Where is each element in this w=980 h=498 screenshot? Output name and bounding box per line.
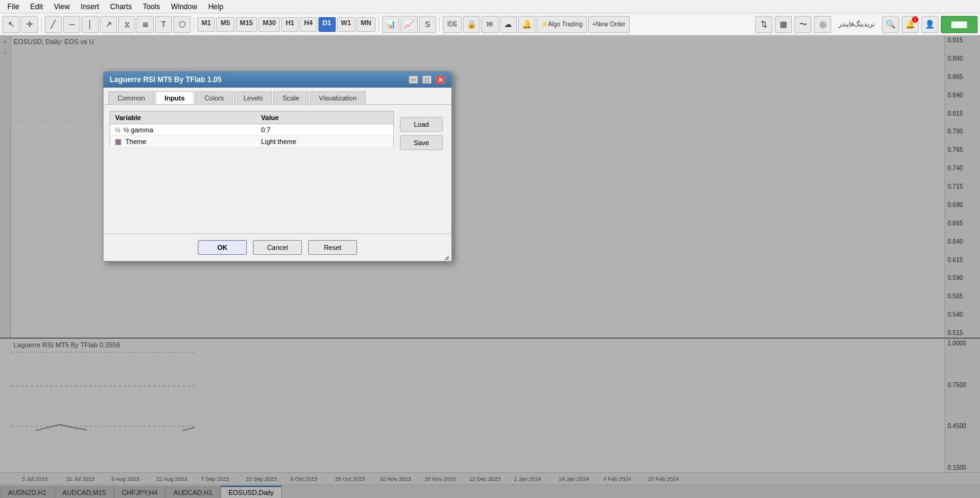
- menu-file[interactable]: File: [2, 1, 24, 12]
- toolbar-cursor[interactable]: ↖: [2, 16, 20, 33]
- toolbar-chart-type[interactable]: 📊: [382, 16, 399, 33]
- brand-logo: تریدینگ‌فایندر: [834, 20, 880, 28]
- dialog-tab-common[interactable]: Common: [108, 91, 154, 104]
- timeframe-d1[interactable]: D1: [318, 17, 336, 32]
- col-variable: Variable: [110, 111, 257, 124]
- dialog-title: Laguerre RSI MT5 By TFlab 1.05: [110, 75, 222, 84]
- save-button[interactable]: Save: [400, 135, 443, 150]
- table-wrapper: Variable Value ½ ½ gamma: [110, 111, 394, 227]
- toolbar-indicators[interactable]: 📈: [401, 16, 418, 33]
- timeframe-m5[interactable]: M5: [216, 17, 234, 32]
- ok-button[interactable]: OK: [198, 240, 247, 255]
- dialog-footer: OK Cancel Reset: [104, 233, 451, 261]
- cancel-button[interactable]: Cancel: [253, 240, 302, 255]
- toolbar-fib[interactable]: ≣: [137, 16, 154, 33]
- color-swatch-icon: [115, 139, 121, 145]
- inputs-table: Variable Value ½ ½ gamma: [110, 111, 394, 148]
- dialog: Laguerre RSI MT5 By TFlab 1.05 ─ □ ✕ Com…: [103, 71, 452, 262]
- toolbar-algo2[interactable]: ◎: [814, 16, 831, 33]
- toolbar-email[interactable]: ✉: [481, 16, 499, 33]
- toolbar-search[interactable]: 🔍: [882, 16, 899, 33]
- toolbar: ↖ ✛ ╱ ─ │ ↗ ⧖ ≣ T ⬡ M1 M5 M15 M30 H1 H4 …: [0, 13, 980, 36]
- toolbar-cloud[interactable]: ☁: [500, 16, 517, 33]
- toolbar-history[interactable]: ▦: [775, 16, 792, 33]
- timeframe-h1[interactable]: H1: [281, 17, 298, 32]
- dialog-tab-scale[interactable]: Scale: [273, 91, 309, 104]
- dialog-tab-levels[interactable]: Levels: [234, 91, 272, 104]
- toolbar-depth[interactable]: ⇅: [755, 16, 772, 33]
- side-buttons: Load Save: [398, 111, 445, 227]
- fraction-icon: ½: [115, 127, 120, 134]
- dialog-tab-visualization[interactable]: Visualization: [310, 91, 366, 104]
- dialog-resize-handle[interactable]: ◢: [444, 254, 450, 260]
- menu-view[interactable]: View: [49, 1, 75, 12]
- toolbar-crosshair[interactable]: ✛: [21, 16, 38, 33]
- toolbar-wave[interactable]: 〜: [794, 16, 812, 33]
- menu-window[interactable]: Window: [166, 1, 202, 12]
- toolbar-meter[interactable]: ████: [941, 16, 978, 33]
- timeframe-m1[interactable]: M1: [197, 17, 215, 32]
- toolbar-lock[interactable]: 🔒: [463, 16, 480, 33]
- toolbar-text[interactable]: T: [155, 16, 172, 33]
- timeframe-m30[interactable]: M30: [258, 17, 280, 32]
- toolbar-new-order[interactable]: + New Order: [588, 16, 630, 33]
- toolbar-notifications[interactable]: 🔔1: [902, 16, 919, 33]
- timeframe-h4[interactable]: H4: [300, 17, 317, 32]
- table-row[interactable]: ½ ½ gamma 0.7: [110, 124, 394, 136]
- dialog-content: Variable Value ½ ½ gamma: [104, 105, 451, 233]
- timeframe-mn[interactable]: MN: [356, 17, 375, 32]
- timeframe-m15[interactable]: M15: [236, 17, 257, 32]
- menu-edit[interactable]: Edit: [25, 1, 48, 12]
- col-value: Value: [256, 111, 393, 124]
- dialog-maximize-button[interactable]: □: [422, 75, 432, 84]
- toolbar-ide[interactable]: IDE: [443, 16, 462, 33]
- toolbar-user[interactable]: 👤: [921, 16, 938, 33]
- menu-help[interactable]: Help: [203, 1, 228, 12]
- timeframe-w1[interactable]: W1: [337, 17, 356, 32]
- toolbar-hline[interactable]: ─: [63, 16, 80, 33]
- toolbar-line[interactable]: ╱: [45, 16, 62, 33]
- toolbar-shapes[interactable]: ⬡: [173, 16, 190, 33]
- toolbar-algo[interactable]: ⚡ Algo Trading: [537, 16, 587, 33]
- menu-tools[interactable]: Tools: [138, 1, 165, 12]
- menu-charts[interactable]: Charts: [105, 1, 137, 12]
- dialog-tabs: Common Inputs Colors Levels Scale Visual…: [104, 88, 451, 105]
- toolbar-channel[interactable]: ⧖: [118, 16, 135, 33]
- dialog-title-bar[interactable]: Laguerre RSI MT5 By TFlab 1.05 ─ □ ✕: [104, 72, 451, 88]
- variable-theme: Theme: [110, 136, 257, 148]
- toolbar-signal[interactable]: S: [419, 16, 436, 33]
- table-area: Variable Value ½ ½ gamma: [110, 111, 445, 227]
- dialog-title-controls: ─ □ ✕: [409, 75, 445, 84]
- menu-insert[interactable]: Insert: [76, 1, 104, 12]
- modal-overlay: Laguerre RSI MT5 By TFlab 1.05 ─ □ ✕ Com…: [0, 36, 980, 498]
- variable-gamma: ½ ½ gamma: [110, 124, 257, 136]
- toolbar-community[interactable]: 🔔: [518, 16, 535, 33]
- dialog-tab-inputs[interactable]: Inputs: [156, 91, 194, 104]
- reset-button[interactable]: Reset: [308, 240, 357, 255]
- dialog-close-button[interactable]: ✕: [435, 75, 445, 84]
- toolbar-vline[interactable]: │: [81, 16, 99, 33]
- menu-bar: File Edit View Insert Charts Tools Windo…: [0, 0, 980, 13]
- table-row[interactable]: Theme Light theme: [110, 136, 394, 148]
- value-theme[interactable]: Light theme: [256, 136, 393, 148]
- dialog-minimize-button[interactable]: ─: [409, 75, 418, 84]
- dialog-tab-colors[interactable]: Colors: [195, 91, 233, 104]
- load-button[interactable]: Load: [400, 117, 443, 132]
- toolbar-trendline[interactable]: ↗: [100, 16, 117, 33]
- value-gamma[interactable]: 0.7: [256, 124, 393, 136]
